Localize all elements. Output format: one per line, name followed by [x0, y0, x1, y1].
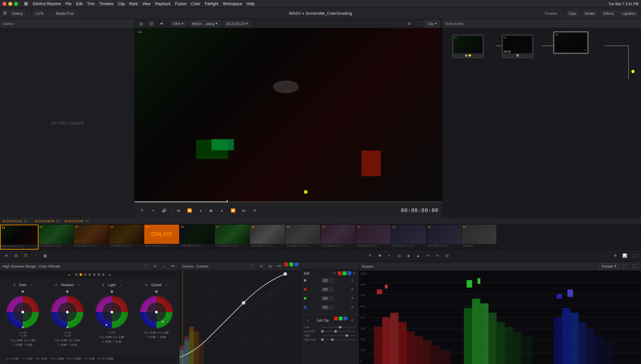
- media-pool-button[interactable]: Media Pool: [53, 11, 77, 16]
- wheel-shadow-expand[interactable]: ○: [75, 281, 83, 289]
- wheels-nav-right[interactable]: ▸: [106, 271, 114, 278]
- nav-dot-1[interactable]: [75, 273, 78, 276]
- tool-btn-14[interactable]: ⊟: [443, 252, 451, 260]
- close-button[interactable]: [3, 2, 6, 6]
- nav-dot-3[interactable]: [84, 273, 87, 276]
- viewer-video-area[interactable]: Fot: [135, 28, 442, 203]
- wheel-light-reset[interactable]: ↺: [99, 281, 107, 289]
- tool-btn-2[interactable]: ⊞: [12, 252, 20, 260]
- low-slider[interactable]: [321, 327, 356, 328]
- nav-dot-5[interactable]: [93, 273, 96, 276]
- minimize-button[interactable]: [8, 2, 12, 6]
- menu-mark[interactable]: Mark: [129, 2, 138, 6]
- wheel-shadow-svg[interactable]: [50, 294, 85, 330]
- menu-edit[interactable]: Edit: [76, 2, 83, 6]
- wheel-shadow-reset[interactable]: ↺: [52, 281, 60, 289]
- node-02[interactable]: 02: [502, 35, 533, 58]
- low-soft-slider[interactable]: [325, 331, 356, 332]
- curves-link-btn[interactable]: ⊟: [266, 262, 274, 270]
- tool-btn-11[interactable]: ▲: [414, 252, 422, 260]
- progress-playhead[interactable]: [227, 200, 228, 203]
- viewer-icon-2[interactable]: ⬛: [147, 20, 155, 28]
- wheel-global-expand[interactable]: ○: [163, 281, 171, 289]
- clip-item-01[interactable]: 01 H.264 High 4:2:2 LS.1: [0, 225, 38, 250]
- nav-dot-7[interactable]: [102, 273, 104, 276]
- pencil-icon[interactable]: ✎: [138, 207, 146, 214]
- clip-item-11[interactable]: 11 H.264 High 4:2:2 LS.1: [356, 225, 391, 250]
- play-btn[interactable]: ▶: [207, 207, 215, 214]
- lightbox-button[interactable]: Lightbox: [619, 11, 638, 16]
- curves-more-btn[interactable]: •••: [275, 262, 283, 270]
- menu-view[interactable]: View: [142, 2, 151, 6]
- wheel-dark-svg[interactable]: [5, 294, 40, 330]
- channel-green-reset[interactable]: ↺: [348, 294, 356, 302]
- clip-item-06[interactable]: 06 H.264 High 4:2:2 LS.1: [179, 225, 215, 250]
- curves-canvas[interactable]: [179, 271, 301, 364]
- nodes-button[interactable]: Nodes: [582, 11, 598, 16]
- menu-fusion[interactable]: Fusion: [175, 2, 187, 6]
- tool-btn-5[interactable]: ▦: [41, 252, 49, 260]
- nav-dot-4[interactable]: [88, 273, 91, 276]
- clip-name-display[interactable]: MASV ...ading ▾: [189, 21, 221, 27]
- curves-reset-btn[interactable]: ↺: [257, 262, 265, 270]
- channel-dot-value[interactable]: [321, 278, 334, 283]
- clip-item-09[interactable]: 09 H.264 High 4:2:2 LS.1: [285, 225, 320, 250]
- menu-color[interactable]: Color: [191, 2, 200, 6]
- viewer-fullscreen-btn[interactable]: ⛶: [415, 20, 423, 28]
- audio-icon[interactable]: 🔊: [160, 207, 168, 214]
- menu-help[interactable]: Help: [246, 2, 254, 6]
- menu-fairlight[interactable]: Fairlight: [205, 2, 219, 6]
- menu-workspace[interactable]: Workspace: [223, 2, 242, 6]
- menu-timeline[interactable]: Timeline: [99, 2, 113, 6]
- node-editor-canvas[interactable]: 01 02: [443, 28, 641, 218]
- wheels-sync-btn[interactable]: ↺: [151, 262, 159, 270]
- tool-btn-3-active[interactable]: ⏱: [22, 252, 29, 260]
- tool-btn-eye[interactable]: 👁: [612, 252, 619, 260]
- edit-red-btn[interactable]: [338, 271, 342, 275]
- clip-item-02[interactable]: 02 H.264 High 4:2:2 LS.1: [38, 225, 74, 250]
- wheels-audio-btn[interactable]: ♪: [160, 262, 168, 270]
- tool-btn-6[interactable]: ✎: [366, 252, 374, 260]
- tool-btn-7[interactable]: ✚: [376, 252, 384, 260]
- nav-dot-2[interactable]: [79, 273, 82, 276]
- menu-davinci-resolve[interactable]: DaVinci Resolve: [33, 2, 61, 6]
- tool-btn-expand[interactable]: ⛶: [631, 252, 638, 260]
- maximize-button[interactable]: [14, 2, 18, 6]
- curves-red-btn[interactable]: [284, 262, 288, 266]
- skip-to-end-btn[interactable]: ⏭: [240, 207, 248, 214]
- zoom-dropdown[interactable]: 54% ▾: [171, 21, 187, 27]
- tool-btn-chart[interactable]: 📊: [621, 252, 629, 260]
- menu-trim[interactable]: Trim: [87, 2, 95, 6]
- menu-file[interactable]: File: [65, 2, 71, 6]
- progress-bar-track[interactable]: [135, 201, 442, 203]
- clip-item-10[interactable]: 10 H.264 High 4:2:2 LS.1: [320, 225, 356, 250]
- step-fwd-btn[interactable]: ▸: [218, 207, 226, 214]
- clip-item-08[interactable]: 08 H.264 High 4:2:2 LS.1: [250, 225, 285, 250]
- wheel-global-svg[interactable]: [139, 294, 174, 330]
- wheel-light-svg[interactable]: [94, 294, 129, 330]
- timecode-display-top[interactable]: 03:23:41:23 ▾: [223, 21, 251, 27]
- wheel-light-expand[interactable]: ○: [117, 281, 125, 289]
- channel-green-value[interactable]: [321, 296, 334, 301]
- luts-button[interactable]: LUTs: [33, 11, 46, 16]
- high-soft-slider[interactable]: [325, 339, 356, 340]
- step-back-btn[interactable]: ◂: [196, 207, 204, 214]
- wheels-nav-left[interactable]: ◂: [65, 271, 73, 278]
- viewer-icon-1[interactable]: ▤: [137, 20, 145, 28]
- undo-icon[interactable]: ↩: [149, 207, 157, 214]
- clip-item-12[interactable]: 12 H.264 High 4:2:2 LS.1: [391, 225, 426, 250]
- rewind-btn[interactable]: ⏪: [186, 207, 193, 214]
- tool-btn-9[interactable]: ◎: [395, 252, 403, 260]
- gallery-button[interactable]: Gallery: [9, 11, 26, 16]
- skip-to-start-btn[interactable]: ⏮: [175, 207, 182, 214]
- fast-forward-btn[interactable]: ⏩: [229, 207, 237, 214]
- channel-blue-reset[interactable]: ↺: [348, 303, 356, 311]
- channel-blue-value[interactable]: [321, 305, 334, 310]
- clip-item-14[interactable]: 14 Compound: [462, 225, 497, 250]
- loop-btn[interactable]: ↺: [251, 207, 259, 214]
- wheels-more-btn[interactable]: •••: [169, 262, 177, 270]
- edit-green-btn[interactable]: [343, 271, 346, 275]
- wheels-expand-btn[interactable]: ⛶: [142, 262, 150, 270]
- channel-dot-reset[interactable]: ↺: [348, 277, 356, 284]
- tool-btn-4[interactable]: ↑: [31, 252, 39, 260]
